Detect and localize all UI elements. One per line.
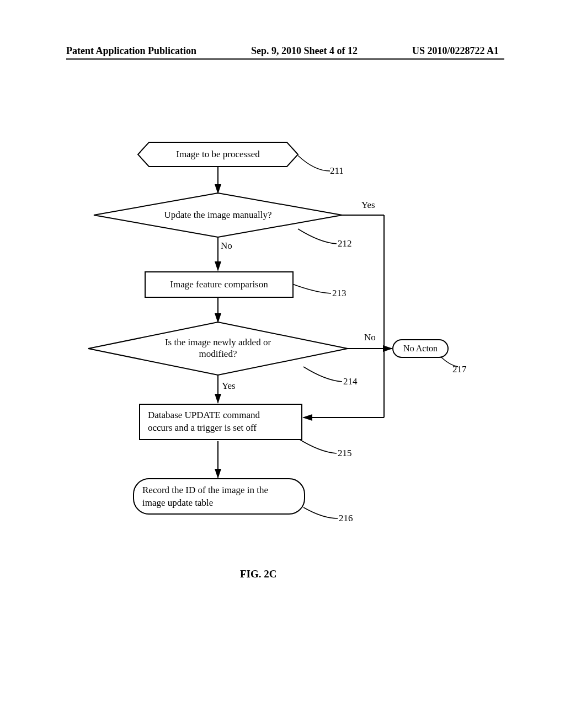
decision2-line2: modified? [132,348,303,360]
dec1-no-label: No [221,240,232,251]
dec1-yes-label: Yes [361,200,375,211]
terminal-record-label: Record the ID of the image in the image … [142,484,297,510]
ref-214: 214 [343,376,358,387]
process2-line2: occurs and a trigger is set off [148,422,260,435]
ref-215: 215 [338,448,352,459]
decision2-line1: Is the image newly added or [132,336,303,348]
flowchart-svg [55,132,508,629]
flowchart: Image to be processed 211 Update the ima… [55,132,508,629]
terminal-record-line2: image update table [142,497,297,510]
process1-label: Image feature comparison [170,279,268,290]
terminal-record-line1: Record the ID of the image in the [142,484,297,497]
ref-211: 211 [330,165,344,176]
terminal-no-action-label: No Acton [396,344,445,354]
figure-caption: FIG. 2C [240,568,277,580]
dec2-yes-label: Yes [222,381,236,392]
decision1-label: Update the image manually? [132,210,303,221]
header-center: Sep. 9, 2010 Sheet 4 of 12 [251,45,358,57]
decision2-label: Is the image newly added or modified? [132,336,303,360]
dec2-no-label: No [364,332,376,343]
start-hex-label: Image to be processed [138,149,298,160]
process-db-update: Database UPDATE command occurs and a tri… [139,404,302,440]
header-right: US 2010/0228722 A1 [412,45,499,57]
ref-213: 213 [332,288,347,299]
ref-217: 217 [452,364,467,375]
ref-212: 212 [338,238,352,249]
process2-line1: Database UPDATE command [148,409,260,422]
ref-216: 216 [339,513,353,524]
process-feature-comparison: Image feature comparison [145,271,294,298]
header-rule [66,58,504,60]
header-left: Patent Application Publication [66,45,196,57]
